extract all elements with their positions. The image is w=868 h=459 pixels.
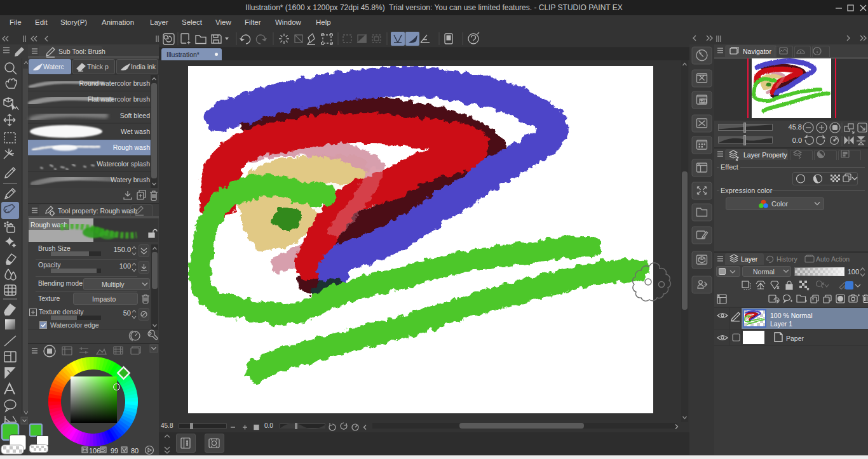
- svg-text:99: 99: [111, 447, 118, 455]
- svg-text:Tool property: Rough wash: Tool property: Rough wash: [58, 207, 137, 215]
- svg-text:106: 106: [89, 447, 100, 455]
- svg-text:Thick p: Thick p: [87, 63, 109, 70]
- svg-text:India ink: India ink: [131, 63, 156, 70]
- svg-text:Sub Tool: Brush: Sub Tool: Brush: [58, 48, 105, 55]
- svg-text:Waterc: Waterc: [43, 63, 64, 70]
- svg-text:80: 80: [131, 447, 139, 455]
